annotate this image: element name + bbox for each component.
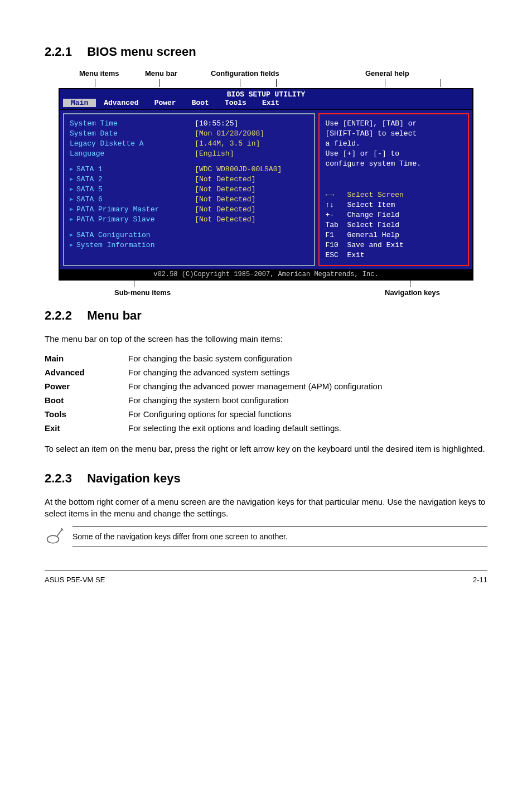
val-sata5: [Not Detected] [195, 185, 308, 195]
def-row: ExitFor selecting the exit options and l… [45, 421, 382, 435]
section-222-heading: 2.2.2 Menu bar [45, 308, 487, 323]
section-223-text: At the bottom right corner of a menu scr… [45, 496, 487, 519]
help-line-5: configure system Time. [325, 159, 462, 169]
bios-help-panel: Use [ENTER], [TAB] or [SHIFT-TAB] to sel… [318, 113, 469, 266]
bios-bottom-annotations: Sub-menu items Navigation keys [61, 281, 471, 297]
val-disk: [1.44M, 3.5 in] [195, 139, 308, 149]
def-row: BootFor changing the system boot configu… [45, 393, 382, 407]
def-row: PowerFor changing the advanced power man… [45, 379, 382, 393]
def-term: Boot [45, 393, 128, 407]
item-sys-info[interactable]: System Information [70, 240, 183, 250]
note-text: Some of the navigation keys differ from … [72, 526, 487, 547]
val-sata1: [WDC WD800JD-00LSA0] [195, 165, 308, 175]
section-221-heading: 2.2.1 BIOS menu screen [45, 45, 487, 59]
def-desc: For changing the advanced power manageme… [128, 379, 382, 393]
def-desc: For changing the system boot configurati… [128, 393, 382, 407]
section-222-title: Menu bar [87, 308, 142, 322]
menubar-tools[interactable]: Tools [217, 99, 254, 107]
nav-f1: F1 General Help [325, 230, 462, 240]
menubar-exit[interactable]: Exit [254, 99, 287, 107]
section-221-number: 2.2.1 [45, 45, 84, 59]
def-term: Exit [45, 421, 128, 435]
help-line-1: [SHIFT-TAB] to select [325, 129, 462, 139]
def-row: ToolsFor Configuring options for special… [45, 407, 382, 421]
section-223-number: 2.2.3 [45, 471, 84, 486]
item-language[interactable]: Language [70, 149, 183, 159]
menubar-boot[interactable]: Boot [184, 99, 217, 107]
val-pata-m: [Not Detected] [195, 205, 308, 215]
bios-menubar: Main Advanced Power Boot Tools Exit [60, 99, 472, 109]
def-desc: For changing the basic system configurat… [128, 351, 382, 365]
section-222-number: 2.2.2 [45, 308, 84, 323]
nav-esc: ESC Exit [325, 250, 462, 260]
nav-f10: F10 Save and Exit [325, 240, 462, 250]
nav-tab: Tab Select Field [325, 220, 462, 230]
item-sata2[interactable]: SATA 2 [70, 175, 183, 185]
bios-mid-panel: [10:55:25] [Mon 01/28/2008] [1.44M, 3.5 … [189, 114, 314, 265]
item-pata-slave[interactable]: PATA Primary Slave [70, 215, 183, 225]
bios-left-panel: System Time System Date Legacy Diskette … [64, 114, 189, 265]
bios-nav-keys: ←→ Select Screen ↑↓ Select Item +- Chang… [325, 190, 462, 260]
val-lang: [English] [195, 149, 308, 159]
item-pata-master[interactable]: PATA Primary Master [70, 205, 183, 215]
def-term: Advanced [45, 365, 128, 379]
bios-window: BIOS SETUP UTILITY Main Advanced Power B… [59, 88, 473, 281]
footer-right: 2-11 [473, 576, 487, 584]
def-term: Main [45, 351, 128, 365]
annot-config-fields: Configuration fields [211, 69, 279, 78]
item-legacy-disk[interactable]: Legacy Diskette A [70, 139, 183, 149]
menubar-power[interactable]: Power [147, 99, 184, 107]
section-221-title: BIOS menu screen [87, 45, 196, 59]
note-icon [45, 526, 65, 548]
section-222-intro: The menu bar on top of the screen has th… [45, 333, 487, 345]
bios-footer: v02.58 (C)Copyright 1985-2007, American … [60, 269, 472, 279]
annot-nav-keys: Navigation keys [385, 288, 440, 297]
def-desc: For changing the advanced system setting… [128, 365, 382, 379]
menubar-advanced[interactable]: Advanced [96, 99, 146, 107]
val-sata2: [Not Detected] [195, 175, 308, 185]
def-desc: For selecting the exit options and loadi… [128, 421, 382, 435]
svg-point-0 [47, 535, 59, 543]
def-row: MainFor changing the basic system config… [45, 351, 382, 365]
page-footer: ASUS P5E-VM SE 2-11 [45, 571, 487, 584]
val-date: [Mon 01/28/2008] [195, 129, 308, 139]
help-line-2: a field. [325, 139, 462, 149]
def-desc: For Configuring options for special func… [128, 407, 382, 421]
footer-left: ASUS P5E-VM SE [45, 576, 105, 584]
note-block: Some of the navigation keys differ from … [45, 526, 487, 548]
section-223-heading: 2.2.3 Navigation keys [45, 471, 487, 486]
section-223-title: Navigation keys [87, 471, 181, 485]
help-line-4: Use [+] or [-] to [325, 149, 462, 159]
annot-menu-bar: Menu bar [145, 69, 177, 78]
item-system-time[interactable]: System Time [70, 119, 183, 129]
nav-lr: ←→ Select Screen [325, 190, 462, 200]
section-222-outro: To select an item on the menu bar, press… [45, 443, 487, 455]
annot-menu-items: Menu items [79, 69, 119, 78]
item-sata-config[interactable]: SATA Coniguration [70, 230, 183, 240]
item-sata1[interactable]: SATA 1 [70, 165, 183, 175]
val-pata-s: [Not Detected] [195, 215, 308, 225]
item-system-date[interactable]: System Date [70, 129, 183, 139]
item-sata6[interactable]: SATA 6 [70, 195, 183, 205]
bios-top-annotations: Menu items Menu bar Configuration fields… [61, 69, 487, 88]
def-term: Tools [45, 407, 128, 421]
menu-defs-table: MainFor changing the basic system config… [45, 351, 382, 435]
item-sata5[interactable]: SATA 5 [70, 185, 183, 195]
def-row: AdvancedFor changing the advanced system… [45, 365, 382, 379]
menubar-main[interactable]: Main [63, 99, 96, 107]
nav-ud: ↑↓ Select Item [325, 200, 462, 210]
val-sata6: [Not Detected] [195, 195, 308, 205]
bios-header: BIOS SETUP UTILITY [60, 89, 472, 99]
def-term: Power [45, 379, 128, 393]
annot-sub-menu: Sub-menu items [114, 288, 171, 297]
val-time[interactable]: [10:55:25] [195, 119, 308, 129]
annot-general-help: General help [365, 69, 409, 78]
nav-pm: +- Change Field [325, 210, 462, 220]
help-line-0: Use [ENTER], [TAB] or [325, 119, 462, 129]
